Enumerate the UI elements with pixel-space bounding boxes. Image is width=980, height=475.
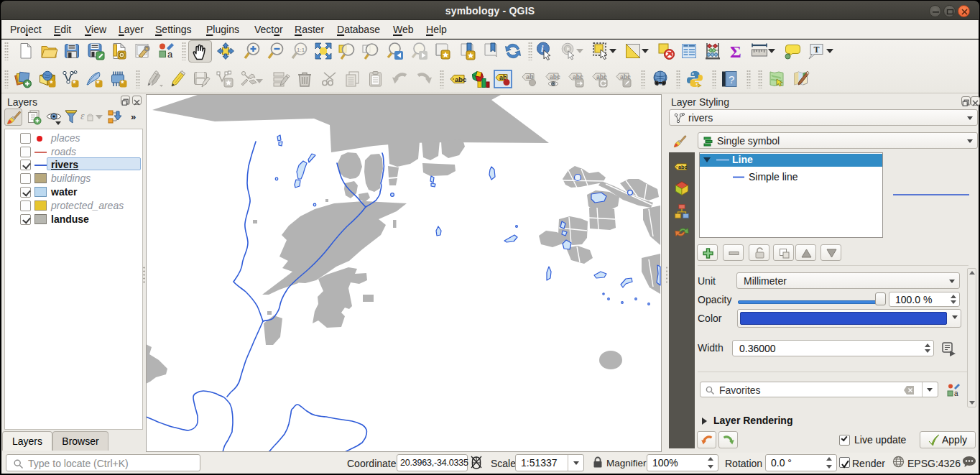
svg-text:abc: abc [455,75,466,83]
svg-text:*: * [50,79,53,88]
svg-text:a: a [954,389,958,397]
svg-text:abc: abc [678,164,688,170]
svg-text:ε: ε [80,111,85,121]
svg-text:?: ? [729,73,734,86]
svg-text:*: * [73,79,76,88]
svg-text:a: a [167,49,173,60]
svg-text:1:1: 1:1 [297,47,305,53]
svg-text:*: * [96,79,100,88]
svg-text:*: * [121,79,124,88]
svg-text:Σ: Σ [730,42,741,60]
svg-text:T: T [814,45,820,55]
svg-text:abc: abc [550,73,560,80]
